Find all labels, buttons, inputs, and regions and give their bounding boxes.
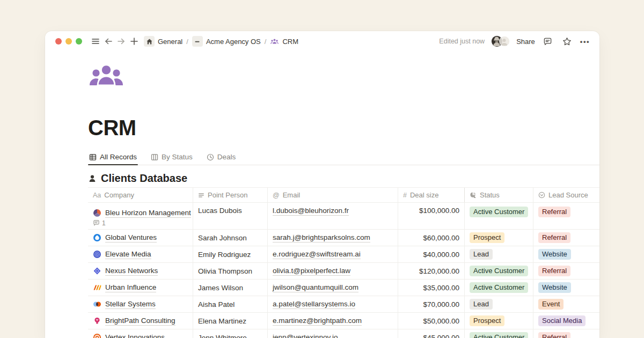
database-title[interactable]: Clients Database [101, 172, 187, 185]
point-person-cell[interactable]: Sarah Johnson [193, 230, 267, 246]
point-person-cell[interactable]: Lucas Dubois [193, 203, 267, 229]
company-name[interactable]: BrightPath Consulting [105, 317, 175, 326]
company-cell[interactable]: Global Ventures [88, 230, 193, 246]
company-cell[interactable]: Elevate Media [88, 246, 193, 262]
column-header-company[interactable]: Aa Company [88, 188, 193, 202]
company-name[interactable]: Global Ventures [105, 233, 157, 243]
tab-deals[interactable]: Deals [206, 151, 237, 165]
favorite-star-icon[interactable] [561, 35, 574, 48]
breadcrumb: General / Acme Agency OS / CRM [144, 36, 298, 47]
lead-source-badge: Referral [538, 332, 570, 338]
point-person-cell[interactable]: James Wilson [193, 280, 267, 296]
company-cell[interactable]: Stellar Systems [88, 296, 193, 312]
forward-icon[interactable] [115, 35, 128, 48]
page-dash-icon[interactable] [192, 36, 203, 47]
status-cell[interactable]: Active Customer [464, 263, 533, 279]
board-icon [151, 153, 158, 161]
column-header-status[interactable]: Status [464, 188, 533, 202]
email-cell[interactable]: sarah.j@brightsparksolns.com [267, 230, 398, 246]
point-person-cell[interactable]: Aisha Patel [193, 296, 267, 312]
lead-source-cell[interactable]: Event [533, 296, 599, 312]
company-name[interactable]: Elevate Media [105, 250, 151, 259]
company-cell[interactable]: Nexus Networks [88, 263, 193, 279]
deal-size-cell[interactable]: $100,000.00 [398, 203, 464, 229]
status-cell[interactable]: Active Customer [464, 203, 533, 229]
minimize-button[interactable] [65, 38, 72, 45]
deal-size-cell[interactable]: $120,000.00 [398, 263, 464, 279]
tab-all-records[interactable]: All Records [88, 151, 138, 165]
lead-source-cell[interactable]: Website [533, 246, 599, 262]
status-cell[interactable]: Active Customer [464, 280, 533, 296]
email-value: l.dubois@bleuhorizon.fr [273, 207, 349, 216]
table-row[interactable]: BrightPath Consulting Elena Martinez e.m… [88, 312, 599, 329]
page-icon-people[interactable] [88, 63, 125, 89]
point-person-cell[interactable]: Elena Martinez [193, 313, 267, 329]
table-row[interactable]: Bleu Horizon Management 1 Lucas Dubois l… [88, 202, 599, 229]
company-cell[interactable]: Vertex Innovations [88, 329, 193, 338]
point-person-cell[interactable]: Olivia Thompson [193, 263, 267, 279]
deal-size-cell[interactable]: $50,000.00 [398, 313, 464, 329]
company-cell[interactable]: BrightPath Consulting [88, 313, 193, 329]
company-name[interactable]: Nexus Networks [105, 267, 158, 276]
share-button[interactable]: Share [516, 38, 535, 46]
more-options-icon[interactable]: ••• [580, 38, 590, 46]
status-cell[interactable]: Active Customer [464, 329, 533, 338]
company-name[interactable]: Bleu Horizon Management [105, 209, 191, 218]
breadcrumb-item-workspace[interactable]: Acme Agency OS [206, 38, 261, 46]
deal-size-cell[interactable]: $70,000.00 [398, 296, 464, 312]
comment-count-badge[interactable]: 1 [93, 219, 106, 227]
table-row[interactable]: Global Ventures Sarah Johnson sarah.j@br… [88, 229, 599, 246]
company-name[interactable]: Stellar Systems [105, 300, 156, 309]
point-person-cell[interactable]: Jenn Whitmore [193, 329, 267, 338]
email-cell[interactable]: a.patel@stellarsystems.io [267, 296, 398, 312]
deal-size-cell[interactable]: $60,000.00 [398, 230, 464, 246]
person-icon [88, 174, 97, 183]
column-header-point-person[interactable]: Point Person [193, 188, 267, 202]
status-cell[interactable]: Prospect [464, 313, 533, 329]
table-row[interactable]: Elevate Media Emily Rodriguez e.rodrigue… [88, 246, 599, 262]
column-header-lead-source[interactable]: Lead Source [533, 188, 599, 202]
deal-size-cell[interactable]: $35,000.00 [398, 280, 464, 296]
status-cell[interactable]: Lead [464, 296, 533, 312]
deal-size-cell[interactable]: $45,000.00 [398, 329, 464, 338]
lead-source-cell[interactable]: Referral [533, 203, 599, 229]
email-cell[interactable]: jenn@vertexinnov.io [267, 329, 398, 338]
zoom-button[interactable] [76, 38, 82, 45]
tab-by-status[interactable]: By Status [150, 151, 194, 165]
company-cell[interactable]: Urban Influence [88, 280, 193, 296]
point-person-cell[interactable]: Emily Rodriguez [193, 246, 267, 262]
table-row[interactable]: Nexus Networks Olivia Thompson olivia.t@… [88, 262, 599, 279]
table-row[interactable]: Vertex Innovations Jenn Whitmore jenn@ve… [88, 329, 599, 338]
back-icon[interactable] [102, 35, 115, 48]
lead-source-cell[interactable]: Referral [533, 329, 599, 338]
company-name[interactable]: Urban Influence [105, 283, 156, 292]
table-row[interactable]: Stellar Systems Aisha Patel a.patel@stel… [88, 296, 599, 312]
home-icon[interactable] [144, 36, 155, 47]
close-button[interactable] [55, 38, 62, 45]
lead-source-cell[interactable]: Social Media [533, 313, 599, 329]
email-cell[interactable]: e.rodriguez@swiftstream.ai [267, 246, 398, 262]
breadcrumb-item-crm[interactable]: CRM [282, 38, 298, 46]
lead-source-cell[interactable]: Website [533, 280, 599, 296]
email-cell[interactable]: jwilson@quantumquill.com [267, 280, 398, 296]
title-icon: Aa [93, 192, 101, 199]
breadcrumb-item-general[interactable]: General [158, 38, 182, 46]
page-title[interactable]: CRM [88, 116, 599, 139]
email-cell[interactable]: l.dubois@bleuhorizon.fr [267, 203, 398, 229]
collaborator-avatars[interactable] [491, 35, 510, 47]
column-header-deal-size[interactable]: # Deal size [398, 188, 464, 202]
deal-size-cell[interactable]: $40,000.00 [398, 246, 464, 262]
column-header-email[interactable]: @ Email [267, 188, 398, 202]
table-row[interactable]: Urban Influence James Wilson jwilson@qua… [88, 279, 599, 296]
lead-source-cell[interactable]: Referral [533, 230, 599, 246]
company-cell[interactable]: Bleu Horizon Management 1 [88, 203, 193, 229]
new-page-icon[interactable] [128, 35, 141, 48]
status-cell[interactable]: Lead [464, 246, 533, 262]
comments-icon[interactable] [541, 35, 554, 48]
status-cell[interactable]: Prospect [464, 230, 533, 246]
company-name[interactable]: Vertex Innovations [105, 333, 165, 338]
email-cell[interactable]: olivia.t@pixelperfect.law [267, 263, 398, 279]
lead-source-cell[interactable]: Referral [533, 263, 599, 279]
sidebar-menu-icon[interactable] [89, 35, 102, 48]
email-cell[interactable]: e.martinez@brightpath.com [267, 313, 398, 329]
